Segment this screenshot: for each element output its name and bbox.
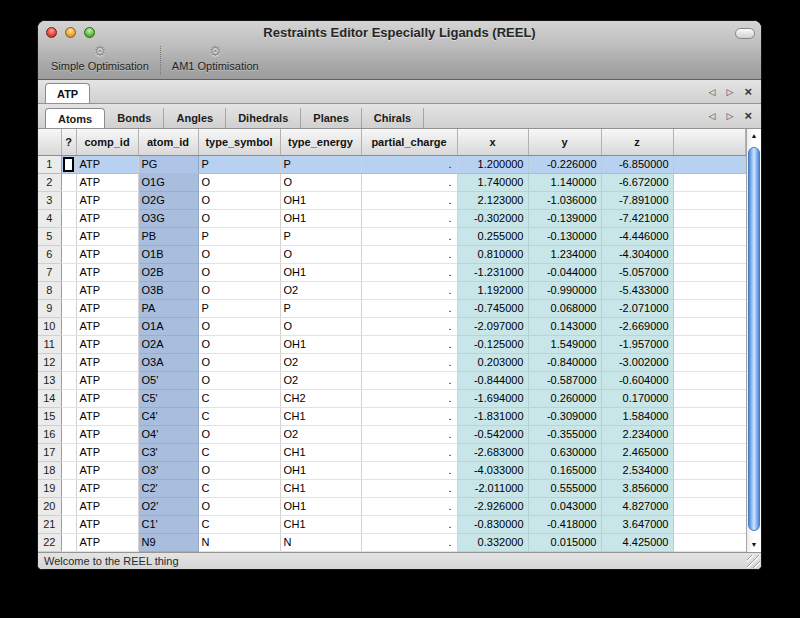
cell-q[interactable] [61,245,76,263]
cell-comp_id[interactable]: ATP [76,389,138,407]
row-number[interactable]: 7 [38,263,61,281]
cell-type_energy[interactable]: OH1 [280,497,361,515]
cell-x[interactable]: -0.125000 [457,335,528,353]
tab-scroll-right-icon[interactable]: ▷ [726,87,733,97]
table-row[interactable]: 13ATPO5'OO2.-0.844000-0.587000-0.604000 [38,371,746,389]
cell-y[interactable]: 0.068000 [528,299,601,317]
cell-type_energy[interactable]: CH1 [280,479,361,497]
table-row[interactable]: 15ATPC4'CCH1.-1.831000-0.3090001.584000 [38,407,746,425]
table-row[interactable]: 9ATPPAPP.-0.7450000.068000-2.071000 [38,299,746,317]
cell-atom_id[interactable]: PA [138,299,198,317]
cell-y[interactable]: -0.355000 [528,425,601,443]
cell-type_energy[interactable]: OH1 [280,209,361,227]
table-row[interactable]: 20ATPO2'OOH1.-2.9260000.0430004.827000 [38,497,746,515]
cell-z[interactable]: -6.850000 [601,155,673,173]
cell-x[interactable]: -2.097000 [457,317,528,335]
row-number[interactable]: 16 [38,425,61,443]
cell-q[interactable] [61,515,76,533]
cell-partial_charge[interactable]: . [361,371,457,389]
zoom-button[interactable] [84,27,95,38]
cell-comp_id[interactable]: ATP [76,533,138,551]
cell-type_energy[interactable]: OH1 [280,335,361,353]
cell-partial_charge[interactable]: . [361,479,457,497]
cell-y[interactable]: -0.309000 [528,407,601,425]
table-row[interactable]: 2ATPO1GOO.1.7400001.140000-6.672000 [38,173,746,191]
column-header-y[interactable]: y [528,129,601,155]
cell-type_energy[interactable]: OH1 [280,461,361,479]
cell-comp_id[interactable]: ATP [76,317,138,335]
row-number[interactable]: 6 [38,245,61,263]
cell-type_symbol[interactable]: O [198,173,280,191]
cell-atom_id[interactable]: C2' [138,479,198,497]
cell-y[interactable]: -1.036000 [528,191,601,209]
cell-q[interactable] [61,371,76,389]
cell-atom_id[interactable]: O3' [138,461,198,479]
cell-type_symbol[interactable]: P [198,299,280,317]
cell-comp_id[interactable]: ATP [76,245,138,263]
cell-comp_id[interactable]: ATP [76,209,138,227]
cell-z[interactable]: -1.957000 [601,335,673,353]
cell-partial_charge[interactable]: . [361,263,457,281]
cell-type_symbol[interactable]: O [198,497,280,515]
cell-q[interactable] [61,461,76,479]
cell-type_symbol[interactable]: C [198,479,280,497]
cell-partial_charge[interactable]: . [361,335,457,353]
cell-comp_id[interactable]: ATP [76,479,138,497]
cell-x[interactable]: -2.011000 [457,479,528,497]
cell-type_energy[interactable]: OH1 [280,191,361,209]
cell-atom_id[interactable]: O1G [138,173,198,191]
cell-y[interactable]: -0.840000 [528,353,601,371]
cell-z[interactable]: -3.002000 [601,353,673,371]
cell-partial_charge[interactable]: . [361,281,457,299]
cell-type_energy[interactable]: P [280,299,361,317]
cell-atom_id[interactable]: O3G [138,209,198,227]
cell-type_symbol[interactable]: N [198,533,280,551]
cell-y[interactable]: -0.044000 [528,263,601,281]
cell-z[interactable]: 2.534000 [601,461,673,479]
cell-type_energy[interactable]: O [280,317,361,335]
cell-comp_id[interactable]: ATP [76,443,138,461]
cell-type_energy[interactable]: N [280,533,361,551]
column-header-atom_id[interactable]: atom_id [138,129,198,155]
column-header-type_symbol[interactable]: type_symbol [198,129,280,155]
cell-type_symbol[interactable]: C [198,515,280,533]
table-row[interactable]: 4ATPO3GOOH1.-0.302000-0.139000-7.421000 [38,209,746,227]
row-number[interactable]: 14 [38,389,61,407]
cell-atom_id[interactable]: O2A [138,335,198,353]
cell-type_energy[interactable]: O [280,173,361,191]
cell-type_symbol[interactable]: O [198,263,280,281]
cell-partial_charge[interactable]: . [361,389,457,407]
cell-type_energy[interactable]: CH1 [280,407,361,425]
cell-partial_charge[interactable]: . [361,425,457,443]
cell-type_symbol[interactable]: C [198,407,280,425]
row-number[interactable]: 18 [38,461,61,479]
cell-atom_id[interactable]: O3A [138,353,198,371]
cell-x[interactable]: -2.683000 [457,443,528,461]
column-header-x[interactable]: x [457,129,528,155]
table-row[interactable]: 21ATPC1'CCH1.-0.830000-0.4180003.647000 [38,515,746,533]
cell-type_symbol[interactable]: O [198,335,280,353]
cell-x[interactable]: -0.745000 [457,299,528,317]
cell-z[interactable]: -4.446000 [601,227,673,245]
cell-partial_charge[interactable]: . [361,317,457,335]
cell-partial_charge[interactable]: . [361,245,457,263]
cell-comp_id[interactable]: ATP [76,407,138,425]
cell-type_symbol[interactable]: O [198,209,280,227]
cell-comp_id[interactable]: ATP [76,155,138,173]
row-number[interactable]: 11 [38,335,61,353]
cell-y[interactable]: -0.990000 [528,281,601,299]
cell-partial_charge[interactable]: . [361,353,457,371]
close-button[interactable] [46,27,57,38]
titlebar[interactable]: Restraints Editor Especially Ligands (RE… [38,21,761,44]
cell-y[interactable]: 1.140000 [528,173,601,191]
cell-z[interactable]: -2.071000 [601,299,673,317]
cell-atom_id[interactable]: O2B [138,263,198,281]
column-header-q[interactable]: ? [61,129,76,155]
cell-partial_charge[interactable]: . [361,209,457,227]
cell-z[interactable]: -4.304000 [601,245,673,263]
cell-type_energy[interactable]: CH1 [280,443,361,461]
cell-q[interactable] [61,281,76,299]
cell-type_symbol[interactable]: O [198,425,280,443]
tab-scroll-left-icon[interactable]: ◁ [709,111,716,121]
cell-y[interactable]: -0.130000 [528,227,601,245]
